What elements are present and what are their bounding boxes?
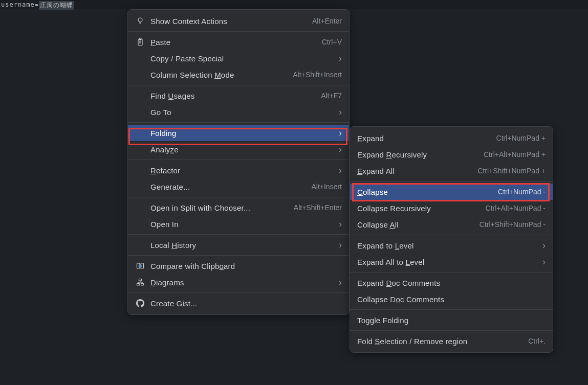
chevron-right-icon: › bbox=[339, 278, 342, 287]
menu-item-label: Open In bbox=[150, 220, 335, 229]
editor-line[interactable]: username=庄周の蝴蝶 bbox=[1, 1, 74, 10]
menu-divider bbox=[350, 235, 553, 235]
menu-shortcut: Ctrl+Alt+NumPad + bbox=[484, 150, 546, 158]
menu-divider bbox=[350, 309, 553, 310]
menu-divider bbox=[350, 330, 553, 331]
context-menu-main: Show Context ActionsAlt+EnterPasteCtrl+V… bbox=[127, 9, 350, 315]
menu-item-label: Create Gist... bbox=[150, 299, 342, 308]
menu-item-label: Refactor bbox=[150, 166, 335, 175]
chevron-right-icon: › bbox=[542, 257, 546, 266]
menu-item-label: Collapse Doc Comments bbox=[357, 295, 546, 304]
menu-shortcut: Ctrl+NumPad + bbox=[496, 134, 546, 142]
menu-item-toggle-folding[interactable]: Toggle Folding bbox=[350, 312, 553, 328]
menu-item-label: Generate... bbox=[150, 183, 311, 191]
menu-shortcut: Ctrl+V bbox=[322, 38, 342, 46]
menu-shortcut: Alt+Shift+Enter bbox=[294, 203, 342, 212]
menu-item-diagrams[interactable]: Diagrams› bbox=[128, 274, 349, 290]
menu-item-label: Collapse bbox=[357, 188, 498, 196]
menu-item-compare-with-clipboard[interactable]: Compare with Clipboard bbox=[128, 258, 349, 274]
bulb-icon bbox=[135, 16, 145, 26]
menu-item-label: Toggle Folding bbox=[357, 316, 546, 325]
menu-item-expand-all[interactable]: Expand AllCtrl+Shift+NumPad + bbox=[350, 163, 553, 179]
menu-item-generate[interactable]: Generate...Alt+Insert bbox=[128, 178, 349, 195]
menu-item-find-usages[interactable]: Find UsagesAlt+F7 bbox=[128, 87, 349, 104]
menu-shortcut: Alt+Insert bbox=[311, 183, 342, 191]
menu-shortcut: Alt+Shift+Insert bbox=[293, 71, 342, 79]
menu-item-copy-paste-special[interactable]: Copy / Paste Special› bbox=[128, 50, 349, 66]
menu-item-label: Analyze bbox=[150, 145, 335, 154]
menu-item-collapse-all[interactable]: Collapse AllCtrl+Shift+NumPad - bbox=[350, 216, 553, 233]
menu-divider bbox=[128, 234, 349, 235]
menu-item-expand-to-level[interactable]: Expand to Level› bbox=[350, 237, 553, 254]
editor-key: username= bbox=[1, 1, 39, 10]
menu-item-collapse[interactable]: CollapseCtrl+NumPad - bbox=[350, 184, 553, 200]
menu-item-label: Paste bbox=[150, 38, 322, 47]
menu-item-label: Open in Split with Chooser... bbox=[150, 203, 294, 212]
menu-item-open-in[interactable]: Open In› bbox=[128, 216, 349, 232]
menu-item-expand[interactable]: ExpandCtrl+NumPad + bbox=[350, 130, 553, 146]
menu-divider bbox=[350, 181, 553, 182]
chevron-right-icon: › bbox=[339, 145, 342, 154]
clipboard-icon bbox=[135, 37, 145, 47]
menu-item-label: Find Usages bbox=[150, 92, 321, 100]
menu-item-label: Go To bbox=[150, 108, 335, 117]
menu-divider bbox=[128, 255, 349, 256]
menu-item-label: Collapse Recursively bbox=[357, 204, 486, 213]
menu-item-label: Local History bbox=[150, 241, 335, 250]
svg-rect-6 bbox=[137, 284, 140, 286]
menu-divider bbox=[350, 272, 553, 273]
menu-item-label: Expand Doc Comments bbox=[357, 279, 546, 287]
menu-divider bbox=[128, 292, 349, 293]
menu-shortcut: Alt+F7 bbox=[321, 92, 342, 100]
svg-point-0 bbox=[138, 18, 142, 22]
menu-shortcut: Ctrl+Shift+NumPad - bbox=[480, 220, 546, 229]
compare-icon bbox=[135, 261, 145, 271]
menu-item-label: Expand Recursively bbox=[357, 150, 484, 159]
diagram-icon bbox=[135, 277, 145, 287]
menu-item-label: Show Context Actions bbox=[150, 17, 312, 26]
chevron-right-icon: › bbox=[339, 128, 342, 138]
chevron-right-icon: › bbox=[339, 240, 342, 250]
menu-item-label: Column Selection Mode bbox=[150, 71, 293, 79]
menu-item-local-history[interactable]: Local History› bbox=[128, 237, 349, 253]
chevron-right-icon: › bbox=[542, 241, 546, 250]
menu-shortcut: Alt+Enter bbox=[312, 17, 342, 25]
editor-top-bar bbox=[0, 0, 588, 9]
github-icon bbox=[135, 298, 145, 308]
menu-item-analyze[interactable]: Analyze› bbox=[128, 141, 349, 157]
menu-item-expand-doc-comments[interactable]: Expand Doc Comments bbox=[350, 275, 553, 291]
editor-value: 庄周の蝴蝶 bbox=[39, 1, 74, 10]
menu-item-collapse-recursively[interactable]: Collapse RecursivelyCtrl+Alt+NumPad - bbox=[350, 200, 553, 216]
menu-item-label: Expand All bbox=[357, 167, 477, 175]
menu-divider bbox=[128, 197, 349, 197]
chevron-right-icon: › bbox=[339, 107, 342, 117]
menu-item-refactor[interactable]: Refactor› bbox=[128, 162, 349, 178]
menu-shortcut: Ctrl+NumPad - bbox=[498, 188, 546, 196]
menu-shortcut: Ctrl+Alt+NumPad - bbox=[486, 204, 546, 212]
menu-item-folding[interactable]: Folding› bbox=[128, 125, 349, 141]
menu-divider bbox=[128, 122, 349, 123]
chevron-right-icon: › bbox=[339, 54, 342, 63]
menu-item-go-to[interactable]: Go To› bbox=[128, 104, 349, 120]
menu-item-open-in-split-with-chooser[interactable]: Open in Split with Chooser...Alt+Shift+E… bbox=[128, 199, 349, 216]
menu-item-label: Copy / Paste Special bbox=[150, 54, 335, 63]
menu-item-collapse-doc-comments[interactable]: Collapse Doc Comments bbox=[350, 291, 553, 307]
menu-item-expand-all-to-level[interactable]: Expand All to Level› bbox=[350, 254, 553, 270]
menu-shortcut: Ctrl+Shift+NumPad + bbox=[477, 167, 546, 175]
menu-item-label: Expand to Level bbox=[357, 241, 538, 250]
svg-rect-7 bbox=[141, 284, 144, 286]
menu-item-expand-recursively[interactable]: Expand RecursivelyCtrl+Alt+NumPad + bbox=[350, 146, 553, 163]
menu-item-column-selection-mode[interactable]: Column Selection ModeAlt+Shift+Insert bbox=[128, 66, 349, 83]
menu-item-show-context-actions[interactable]: Show Context ActionsAlt+Enter bbox=[128, 13, 349, 29]
menu-item-label: Diagrams bbox=[150, 278, 335, 287]
chevron-right-icon: › bbox=[339, 166, 342, 175]
context-menu-folding: ExpandCtrl+NumPad +Expand RecursivelyCtr… bbox=[350, 126, 553, 353]
menu-item-label: Fold Selection / Remove region bbox=[357, 337, 528, 346]
menu-item-create-gist[interactable]: Create Gist... bbox=[128, 295, 349, 311]
menu-item-paste[interactable]: PasteCtrl+V bbox=[128, 34, 349, 50]
menu-divider bbox=[128, 85, 349, 85]
menu-shortcut: Ctrl+. bbox=[528, 337, 546, 345]
menu-item-label: Collapse All bbox=[357, 220, 480, 229]
menu-item-fold-selection-remove-region[interactable]: Fold Selection / Remove regionCtrl+. bbox=[350, 333, 553, 349]
menu-item-label: Compare with Clipboard bbox=[150, 262, 342, 270]
